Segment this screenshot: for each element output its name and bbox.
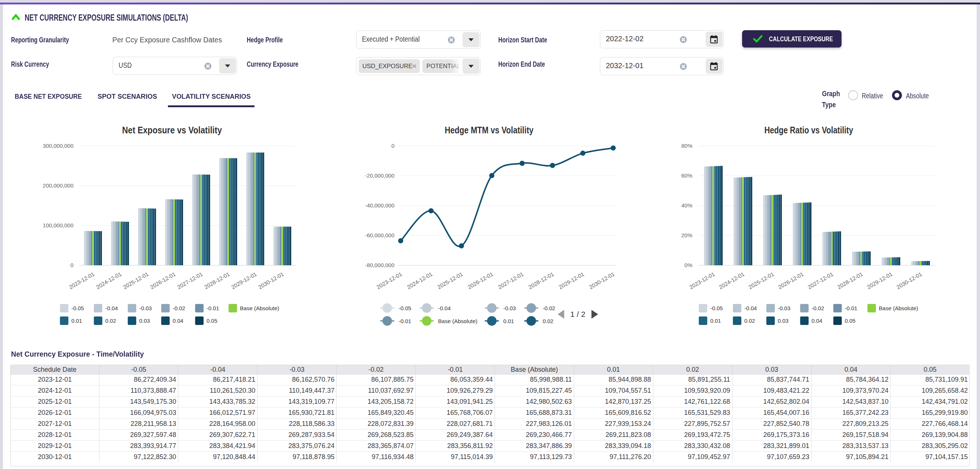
svg-text:0.02: 0.02 xyxy=(543,318,554,324)
svg-text:-40,000,000: -40,000,000 xyxy=(365,202,395,209)
svg-text:2026-12-01: 2026-12-01 xyxy=(467,271,494,290)
svg-text:Hedge Ratio vs Volatility: Hedge Ratio vs Volatility xyxy=(765,125,853,135)
svg-text:-0.03: -0.03 xyxy=(778,305,790,311)
svg-text:2025-12-01: 2025-12-01 xyxy=(747,271,775,290)
svg-text:-0.05: -0.05 xyxy=(72,305,84,311)
svg-text:0.05: 0.05 xyxy=(207,317,217,324)
svg-text:-0.01: -0.01 xyxy=(207,305,219,311)
svg-text:2023-12-01: 2023-12-01 xyxy=(375,271,403,290)
svg-text:2027-12-01: 2027-12-01 xyxy=(176,271,204,290)
svg-text:-0.02: -0.02 xyxy=(543,305,555,311)
svg-text:2029-12-01: 2029-12-01 xyxy=(230,271,258,290)
svg-text:Hedge MTM vs Volatility: Hedge MTM vs Volatility xyxy=(445,125,534,135)
svg-text:0.03: 0.03 xyxy=(139,317,150,324)
svg-text:Base (Absolute): Base (Absolute) xyxy=(879,305,918,311)
svg-text:200,000,000: 200,000,000 xyxy=(43,182,73,189)
svg-text:-80,000,000: -80,000,000 xyxy=(365,262,395,268)
svg-text:-0.02: -0.02 xyxy=(812,305,824,311)
svg-text:2023-12-01: 2023-12-01 xyxy=(68,271,95,290)
svg-text:-0.05: -0.05 xyxy=(398,305,411,311)
svg-text:2027-12-01: 2027-12-01 xyxy=(497,271,525,290)
svg-text:Base (Absolute): Base (Absolute) xyxy=(438,318,478,324)
svg-text:-60,000,000: -60,000,000 xyxy=(365,232,395,238)
svg-text:0.01: 0.01 xyxy=(503,318,514,324)
svg-text:2023-12-01: 2023-12-01 xyxy=(688,271,716,290)
svg-text:-0.01: -0.01 xyxy=(845,305,858,311)
svg-text:-0.03: -0.03 xyxy=(139,305,152,311)
svg-text:0.03: 0.03 xyxy=(778,317,789,324)
svg-text:2024-12-01: 2024-12-01 xyxy=(718,271,745,290)
svg-text:-0.01: -0.01 xyxy=(398,318,411,324)
svg-text:2026-12-01: 2026-12-01 xyxy=(777,271,805,290)
svg-text:-0.03: -0.03 xyxy=(503,305,515,311)
svg-text:2025-12-01: 2025-12-01 xyxy=(122,271,150,290)
svg-text:2030-12-01: 2030-12-01 xyxy=(588,271,616,290)
svg-text:-0.04: -0.04 xyxy=(744,305,757,311)
svg-text:0.01: 0.01 xyxy=(710,317,721,324)
svg-text:-0.04: -0.04 xyxy=(105,305,118,311)
svg-text:1 / 2: 1 / 2 xyxy=(571,310,585,318)
svg-text:-0.02: -0.02 xyxy=(173,305,185,311)
svg-text:-20,000,000: -20,000,000 xyxy=(365,172,395,179)
svg-text:0.04: 0.04 xyxy=(812,317,822,324)
svg-text:40%: 40% xyxy=(681,202,692,209)
svg-text:Net Exposure vs Volatility: Net Exposure vs Volatility xyxy=(122,125,222,135)
svg-text:20%: 20% xyxy=(681,232,692,238)
svg-text:2024-12-01: 2024-12-01 xyxy=(406,271,433,290)
svg-text:0.02: 0.02 xyxy=(105,317,116,324)
svg-text:0.02: 0.02 xyxy=(744,317,755,324)
svg-text:100,000,000: 100,000,000 xyxy=(43,222,73,228)
svg-text:0: 0 xyxy=(391,143,395,149)
svg-text:60%: 60% xyxy=(681,172,692,179)
svg-text:2029-12-01: 2029-12-01 xyxy=(866,271,894,290)
svg-text:0: 0 xyxy=(70,262,73,268)
svg-text:2028-12-01: 2028-12-01 xyxy=(527,271,555,290)
svg-text:2029-12-01: 2029-12-01 xyxy=(558,271,585,290)
svg-text:-0.05: -0.05 xyxy=(710,305,722,311)
svg-text:0.04: 0.04 xyxy=(173,317,183,324)
svg-text:0%: 0% xyxy=(684,262,692,268)
svg-text:2028-12-01: 2028-12-01 xyxy=(836,271,864,290)
svg-text:Base (Absolute): Base (Absolute) xyxy=(240,305,280,311)
svg-text:2030-12-01: 2030-12-01 xyxy=(895,271,923,290)
svg-text:-0.04: -0.04 xyxy=(438,305,451,311)
svg-text:0.01: 0.01 xyxy=(72,317,82,324)
svg-text:2028-12-01: 2028-12-01 xyxy=(203,271,231,290)
svg-text:2026-12-01: 2026-12-01 xyxy=(149,271,177,290)
svg-text:2025-12-01: 2025-12-01 xyxy=(436,271,464,290)
svg-text:2024-12-01: 2024-12-01 xyxy=(95,271,123,290)
svg-text:80%: 80% xyxy=(681,143,692,149)
svg-text:0.05: 0.05 xyxy=(845,317,856,324)
svg-text:300,000,000: 300,000,000 xyxy=(43,143,73,149)
svg-text:2027-12-01: 2027-12-01 xyxy=(807,271,834,290)
svg-text:2030-12-01: 2030-12-01 xyxy=(257,271,285,290)
